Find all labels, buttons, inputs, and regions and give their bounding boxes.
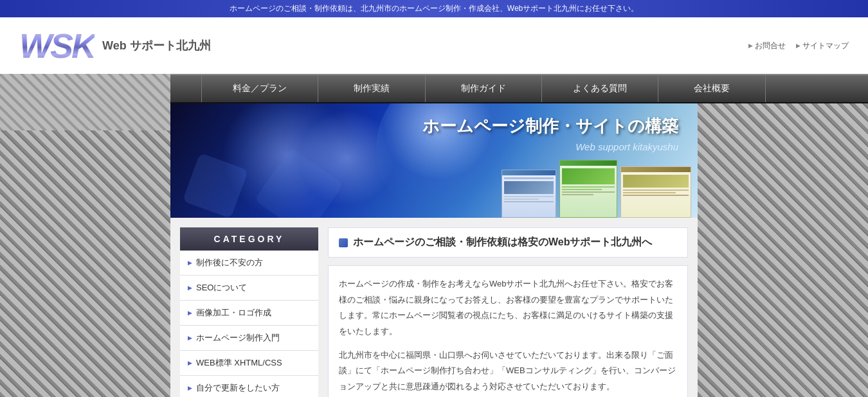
ss1-line1	[504, 177, 554, 179]
nav-guide[interactable]: 制作ガイド	[426, 75, 542, 102]
nav-about[interactable]: 会社概要	[658, 75, 766, 102]
ss3-line2	[623, 192, 676, 193]
screenshot-1	[502, 170, 556, 218]
sidebar-arrow-2-icon: ▶	[188, 285, 192, 291]
hero-title-en: Web support kitakyushu	[422, 141, 678, 152]
ss2-line4	[562, 194, 593, 195]
layout-wrapper: ホームページ制作・サイトの構築 Web support kitakyushu	[0, 103, 868, 397]
nav-pricing[interactable]: 料金／プラン	[202, 75, 318, 102]
hero-screenshots	[502, 160, 691, 218]
hero-text-area: ホームページ制作・サイトの構築 Web support kitakyushu	[422, 115, 678, 152]
hero-title-jp: ホームページ制作・サイトの構築	[422, 115, 678, 137]
content-title-box: ホームページのご相談・制作依頼は格安のWebサポート北九州へ	[328, 227, 688, 258]
ss3-line3	[623, 195, 689, 196]
ss1-body	[502, 175, 556, 204]
screenshot-2	[559, 160, 617, 218]
navbar-items: HOME 料金／プラン 制作実績 制作ガイド よくある質問 会社概要	[103, 75, 766, 102]
sidebar-item-2[interactable]: ▶ SEOについて	[180, 276, 318, 301]
center-content: ホームページ制作・サイトの構築 Web support kitakyushu	[170, 103, 698, 397]
contact-arrow-icon: ▶	[748, 42, 753, 49]
logo-subtitle: Web サポート北九州	[102, 38, 211, 53]
nav-works[interactable]: 制作実績	[318, 75, 426, 102]
ss1-image	[504, 181, 554, 194]
content-title: ホームページのご相談・制作依頼は格安のWebサポート北九州へ	[353, 236, 652, 249]
sidebar-item-1[interactable]: ▶ 制作後に不安の方	[180, 251, 318, 276]
right-stripe	[698, 103, 868, 397]
sidebar-category-header: CATEGORY	[180, 227, 318, 251]
header: WSK Web サポート北九州 ▶ お問合せ ▶ サイトマップ	[0, 17, 868, 74]
sidebar: CATEGORY ▶ 制作後に不安の方 ▶ SEOについて ▶ 画像加工・ロゴ作…	[180, 227, 318, 397]
sidebar-arrow-6-icon: ▶	[188, 385, 192, 391]
content-para1: ホームページの作成・制作をお考えならWebサポート北九州へお任せ下さい。格安でお…	[339, 276, 677, 340]
main-body: CATEGORY ▶ 制作後に不安の方 ▶ SEOについて ▶ 画像加工・ロゴ作…	[170, 218, 698, 397]
ss1-header	[502, 170, 556, 175]
ss1-line4	[504, 201, 554, 202]
header-nav: ▶ お問合せ ▶ サイトマップ	[748, 40, 849, 51]
sidebar-arrow-4-icon: ▶	[188, 335, 192, 341]
header-left: WSK Web サポート北九州	[19, 28, 211, 63]
hero-banner: ホームページ制作・サイトの構築 Web support kitakyushu	[170, 103, 698, 218]
sidebar-item-4[interactable]: ▶ ホームページ制作入門	[180, 326, 318, 351]
ss1-line3	[504, 198, 539, 200]
contact-link[interactable]: ▶ お問合せ	[748, 40, 786, 51]
sidebar-arrow-5-icon: ▶	[188, 360, 192, 366]
sidebar-item-5[interactable]: ▶ WEB標準 XHTML/CSS	[180, 351, 318, 376]
ss3-header	[621, 167, 691, 172]
ss2-line1	[562, 186, 615, 188]
sidebar-arrow-3-icon: ▶	[188, 310, 192, 316]
ss2-line2	[562, 189, 602, 190]
logo-area: WSK Web サポート北九州	[19, 28, 211, 63]
ss2-line3	[562, 191, 615, 193]
content-body: ホームページの作成・制作をお考えならWebサポート北九州へお任せ下さい。格安でお…	[328, 265, 688, 397]
main-content: ホームページのご相談・制作依頼は格安のWebサポート北九州へ ホームページの作成…	[328, 227, 688, 397]
nav-faq[interactable]: よくある質問	[542, 75, 658, 102]
logo-wsk: WSK	[19, 28, 95, 63]
sidebar-item-6[interactable]: ▶ 自分で更新をしたい方	[180, 376, 318, 397]
sidebar-item-3[interactable]: ▶ 画像加工・ロゴ作成	[180, 301, 318, 326]
ss2-image	[562, 168, 615, 184]
content-para2: 北九州市を中心に福岡県・山口県へお伺いさせていただいております。出来る限り「ご面…	[339, 348, 677, 395]
ss1-line2	[504, 196, 554, 197]
ss3-image	[623, 175, 689, 188]
top-announcement-bar: ホームページのご相談・制作依頼は、北九州市のホームページ制作・作成会社、Webサ…	[0, 0, 868, 17]
sitemap-arrow-icon: ▶	[796, 42, 800, 49]
top-announcement-text: ホームページのご相談・制作依頼は、北九州市のホームページ制作・作成会社、Webサ…	[230, 4, 638, 13]
left-stripe	[0, 103, 170, 397]
sitemap-link[interactable]: ▶ サイトマップ	[796, 40, 849, 51]
ss3-body	[621, 172, 691, 198]
screenshot-3	[620, 166, 691, 218]
ss2-header	[560, 161, 617, 166]
sidebar-arrow-1-icon: ▶	[188, 260, 192, 266]
content-title-icon	[339, 238, 348, 247]
ss2-body	[560, 166, 617, 197]
ss3-line1	[623, 190, 689, 191]
